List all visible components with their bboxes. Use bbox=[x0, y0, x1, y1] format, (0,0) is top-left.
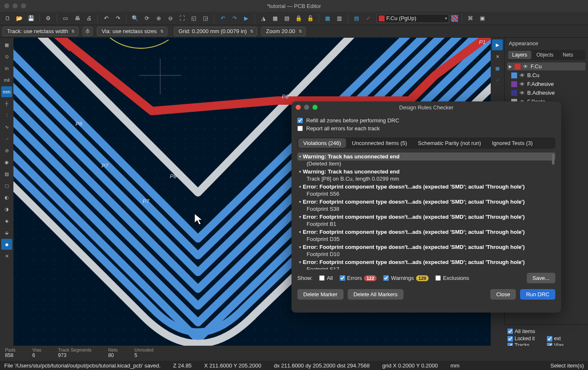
high-contrast-icon[interactable]: ⬙ bbox=[1, 227, 12, 238]
net-names-icon[interactable]: ◑ bbox=[1, 204, 12, 215]
drc-delete-marker-button[interactable]: Delete Marker bbox=[297, 289, 343, 300]
redo-icon[interactable]: ↷ bbox=[113, 13, 123, 23]
disclosure-triangle-icon[interactable]: ▾ bbox=[299, 169, 301, 174]
cursor-shape-icon[interactable]: ┼ bbox=[1, 98, 12, 109]
zoom-selector[interactable]: Zoom 20.00⇅ bbox=[261, 27, 305, 36]
settings-tools-icon[interactable]: ✕ bbox=[1, 251, 12, 261]
filter-all-checkbox[interactable] bbox=[507, 329, 513, 334]
layer-color-swatch[interactable] bbox=[511, 81, 517, 87]
drc-titlebar[interactable]: Design Rules Checker bbox=[291, 101, 561, 113]
drc-violation-item[interactable]: ▾ Error: Footprint component type doesn'… bbox=[297, 182, 555, 197]
drc-tab[interactable]: Unconnected Items (5) bbox=[347, 138, 412, 148]
ungroup-icon[interactable]: ▧ bbox=[282, 13, 292, 23]
filter-ext[interactable]: ext bbox=[547, 336, 585, 342]
drc-tab[interactable]: Schematic Parity (not run) bbox=[413, 138, 486, 148]
drc-refill-option[interactable]: Refill all zones before performing DRC bbox=[297, 117, 555, 124]
via-display-icon[interactable]: ⊘ bbox=[1, 145, 12, 156]
drc-show-warnings[interactable]: Warnings 129 bbox=[383, 275, 429, 281]
layer-row-B.Cu[interactable]: 👁 B.Cu bbox=[507, 71, 585, 79]
drc-violation-item[interactable]: ▾ Error: Footprint component type doesn'… bbox=[297, 258, 555, 269]
pad-display-icon[interactable]: ◉ bbox=[1, 157, 12, 168]
visibility-icon[interactable]: 👁 bbox=[523, 64, 528, 70]
rotate-ccw-icon[interactable]: ↶ bbox=[218, 13, 228, 23]
pad-number-icon[interactable]: ◐ bbox=[1, 192, 12, 203]
plot-icon[interactable]: 🖨 bbox=[84, 13, 94, 23]
maximize-window-icon[interactable] bbox=[21, 3, 26, 8]
board-setup-icon[interactable]: ⚙ bbox=[43, 13, 53, 23]
show-grid-icon[interactable]: ▦ bbox=[1, 39, 12, 50]
disclosure-triangle-icon[interactable]: ▾ bbox=[299, 245, 301, 249]
group-icon[interactable]: ▦ bbox=[270, 13, 280, 23]
zone-outline-icon[interactable]: ▢ bbox=[1, 180, 12, 191]
track-display-icon[interactable]: ⟋ bbox=[1, 133, 12, 144]
layer-color-swatch[interactable] bbox=[515, 64, 520, 70]
mirror-icon[interactable]: ◮ bbox=[258, 13, 268, 23]
unlock-icon[interactable]: 🔓 bbox=[305, 13, 315, 23]
current-layer-selector[interactable]: F.Cu (PgUp) ▾ bbox=[377, 14, 449, 23]
drc-close-icon[interactable] bbox=[296, 105, 301, 110]
zoom-region-icon[interactable]: ◱ bbox=[189, 13, 199, 23]
drc-maximize-icon[interactable] bbox=[312, 105, 317, 110]
grid-selector[interactable]: Grid: 0.2000 mm (0.0079 in)⇅ bbox=[174, 27, 258, 36]
refresh-icon[interactable]: ⟳ bbox=[142, 13, 152, 23]
disclosure-triangle-icon[interactable]: ▾ bbox=[299, 230, 301, 234]
flip-icon[interactable]: ▶ bbox=[241, 13, 251, 23]
units-inches-icon[interactable]: in bbox=[1, 63, 12, 74]
units-mm-icon[interactable]: mm bbox=[1, 86, 12, 97]
select-tool-icon[interactable]: ▶ bbox=[492, 39, 503, 50]
units-mils-icon[interactable]: mil bbox=[1, 75, 12, 85]
disclosure-triangle-icon[interactable]: ▾ bbox=[299, 260, 301, 264]
layer-pair-icon[interactable] bbox=[451, 15, 458, 22]
layer-color-swatch[interactable] bbox=[511, 72, 517, 78]
highlight-net-icon[interactable]: ✕ bbox=[492, 51, 503, 62]
page-settings-icon[interactable]: ▭ bbox=[60, 13, 70, 23]
zone-display-icon[interactable]: ▨ bbox=[1, 168, 12, 179]
disclosure-triangle-icon[interactable]: ▾ bbox=[299, 215, 301, 219]
tab-nets[interactable]: Nets bbox=[559, 51, 578, 59]
drc-violation-list[interactable]: ▾ Warning: Track has unconnected end (De… bbox=[297, 152, 555, 269]
drc-violation-item[interactable]: ▾ Error: Footprint component type doesn'… bbox=[297, 228, 555, 243]
zoom-in-icon[interactable]: ⊕ bbox=[154, 13, 164, 23]
contrast-mode-icon[interactable]: ◈ bbox=[1, 215, 12, 226]
close-window-icon[interactable] bbox=[4, 3, 9, 8]
tab-layers[interactable]: Layers bbox=[508, 51, 531, 59]
drc-violation-item[interactable]: ▾ Warning: Track has unconnected end Tra… bbox=[297, 167, 555, 182]
zoom-selection-icon[interactable]: ◲ bbox=[200, 13, 211, 23]
track-width-selector[interactable]: Track: use netclass width⇅ bbox=[3, 27, 78, 36]
visibility-icon[interactable]: 👁 bbox=[520, 72, 525, 78]
zoom-out-icon[interactable]: ⊖ bbox=[165, 13, 175, 23]
scripting-icon[interactable]: ⌘ bbox=[466, 13, 476, 23]
drc-show-all[interactable]: All bbox=[319, 275, 333, 281]
drc-delete-all-button[interactable]: Delete All Markers bbox=[348, 289, 403, 300]
minimize-window-icon[interactable] bbox=[13, 3, 18, 8]
ratsnest-curved-icon[interactable]: ∿ bbox=[1, 122, 12, 132]
save-file-icon[interactable]: 💾 bbox=[26, 13, 36, 23]
layer-row-F.Adhesive[interactable]: 👁 F.Adhesive bbox=[507, 80, 585, 88]
new-file-icon[interactable]: 🗋 bbox=[3, 13, 13, 23]
drc-report-all-option[interactable]: Report all errors for each track bbox=[297, 125, 555, 132]
ratsnest-visible-icon[interactable]: ⋮ bbox=[1, 110, 12, 121]
find-icon[interactable]: 🔍 bbox=[130, 13, 140, 23]
disclosure-triangle-icon[interactable]: ▾ bbox=[299, 199, 301, 204]
layer-color-swatch[interactable] bbox=[511, 90, 517, 96]
drc-tab[interactable]: Ignored Tests (3) bbox=[487, 138, 538, 148]
lock-icon[interactable]: 🔒 bbox=[294, 13, 304, 23]
footprint-editor-icon[interactable]: ▦ bbox=[323, 13, 333, 23]
layer-row-B.Adhesive[interactable]: 👁 B.Adhesive bbox=[507, 89, 585, 97]
route-diff-icon[interactable]: ⟋ bbox=[492, 75, 503, 85]
route-track-icon[interactable]: ▦ bbox=[492, 63, 503, 74]
zoom-fit-icon[interactable]: ⛶ bbox=[177, 13, 187, 23]
console-icon[interactable]: ▣ bbox=[477, 13, 487, 23]
drc-show-errors[interactable]: Errors 122 bbox=[340, 275, 377, 281]
drc-violation-item[interactable]: ▾ Warning: Track has unconnected end (De… bbox=[297, 152, 555, 167]
net-inspector-icon[interactable]: ▤ bbox=[351, 13, 362, 23]
visibility-icon[interactable]: 👁 bbox=[520, 81, 525, 87]
visibility-icon[interactable]: 👁 bbox=[520, 90, 525, 96]
filter-locked-it[interactable]: Locked it bbox=[507, 336, 545, 342]
drc-violation-item[interactable]: ▾ Error: Footprint component type doesn'… bbox=[297, 212, 555, 228]
drc-save-button[interactable]: Save... bbox=[527, 273, 555, 283]
drc-tab[interactable]: Violations (246) bbox=[298, 138, 346, 148]
polar-coord-icon[interactable]: ⊙ bbox=[1, 51, 12, 62]
auto-track-width-button[interactable]: ⫛ bbox=[83, 27, 93, 36]
rotate-cw-icon[interactable]: ↷ bbox=[229, 13, 239, 23]
